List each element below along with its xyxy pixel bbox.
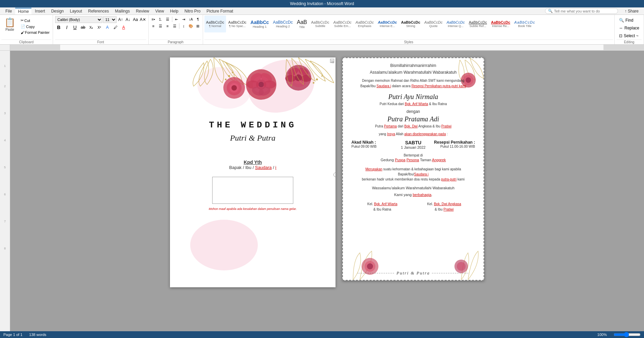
cut-label: Cut: [24, 19, 30, 23]
bride-name: Putri Ayu Nirmala: [351, 93, 475, 101]
menu-file[interactable]: File: [3, 8, 15, 14]
event-date: SABTU: [393, 140, 434, 145]
zoom-level: 100%: [597, 333, 607, 337]
paste-button[interactable]: 📋 Paste: [1, 16, 18, 32]
numbering-button[interactable]: 1.: [157, 16, 164, 22]
style-subtle-ref[interactable]: AaBbCcDc Subtle Ref...: [467, 16, 489, 32]
parents-section: Kel. Bpk. Arif Wiarta & Ibu Ratna Kel. B…: [351, 201, 475, 212]
menu-layout[interactable]: Layout: [67, 8, 85, 14]
font-label: Font: [55, 40, 146, 44]
bullets-button[interactable]: ≡•: [150, 16, 157, 22]
saudara-link: Saudara i: [376, 84, 391, 88]
parents-left: Kel. Bpk. Arif Wiarta & Ibu Ratna: [351, 201, 413, 212]
font-color-button[interactable]: A: [120, 24, 127, 31]
style-book-title[interactable]: AaBbCcDc Book Title: [513, 16, 537, 32]
shading-button[interactable]: 🎨: [188, 23, 194, 29]
menu-help[interactable]: Help: [167, 8, 181, 14]
invitation-text: Dengan memohon Rahmat dan Ridho Allah SW…: [351, 78, 475, 89]
address-title: Kpd Yth: [229, 160, 276, 165]
superscript-button[interactable]: X²: [96, 24, 103, 31]
format-painter-button[interactable]: 🖌Format Painter: [19, 30, 51, 35]
show-formatting-button[interactable]: ¶: [195, 16, 201, 22]
style-emphasis[interactable]: AaBbCcDc Emphasis: [354, 16, 375, 32]
page-2: Bismillahirrahmanirrrahim Assalamu'alaik…: [342, 57, 484, 281]
style-subtle-em[interactable]: AaBbCcDc Subtle Em...: [332, 16, 353, 32]
kami-yang: Kami yang berbahagia.: [351, 193, 475, 197]
menu-home[interactable]: Home: [15, 8, 31, 15]
search-input[interactable]: [554, 9, 615, 13]
akad-title: Akad Nikah :: [351, 140, 393, 145]
menu-review[interactable]: Review: [133, 8, 152, 14]
dengan: dengan: [351, 109, 475, 114]
clear-format-button[interactable]: A✕: [140, 16, 146, 23]
replace-button[interactable]: ↔ Replace: [617, 25, 642, 31]
wedding-names: Putri & Putra: [230, 134, 276, 143]
style-strong[interactable]: AaBbCcDc Strong: [399, 16, 422, 32]
increase-indent-button[interactable]: ⇥: [180, 16, 187, 22]
style-heading1[interactable]: AaBbCc Heading 1: [249, 16, 270, 32]
svg-point-37: [367, 263, 373, 269]
select-button[interactable]: ⊡ Select ~: [617, 32, 642, 39]
style-subtitle[interactable]: AaBbCcDc Subtitle: [309, 16, 331, 32]
style-intense-e[interactable]: AaBbCcDc Intense E...: [376, 16, 399, 32]
event-date-section: SABTU 1 Januari 2022: [393, 140, 434, 149]
menu-insert[interactable]: Insert: [32, 8, 48, 14]
menu-view[interactable]: View: [153, 8, 167, 14]
menu-references[interactable]: References: [85, 8, 112, 14]
bold-button[interactable]: B: [55, 24, 63, 31]
style-no-spacing[interactable]: AaBbCcDc ¶ No Spac...: [227, 16, 248, 32]
apology-text: Mohon maaf apabila ada kesalahan dalam p…: [209, 207, 297, 211]
clipboard-group: 📋 Paste ✂Cut 📄Copy 🖌Format Painter Clipb…: [0, 15, 53, 44]
shrink-font-button[interactable]: A↓: [125, 16, 131, 23]
italic-button[interactable]: I: [63, 24, 71, 31]
doc-scroll[interactable]: ⚓: [10, 51, 644, 331]
menu-nitro[interactable]: Nitro Pro: [182, 8, 203, 14]
status-bar: Page 1 of 1 138 words 100%: [0, 331, 644, 338]
style-quote[interactable]: AaBbCcDc Quote: [423, 16, 444, 32]
sort-button[interactable]: ↕A: [188, 16, 194, 22]
find-button[interactable]: 🔍 Find: [617, 17, 642, 24]
name-box[interactable]: [212, 177, 293, 204]
style-intense-q[interactable]: AaBbCcDc Intense Q...: [445, 16, 467, 32]
paste-label: Paste: [5, 28, 14, 31]
underline-button[interactable]: U: [71, 24, 79, 31]
copy-button[interactable]: 📄Copy: [19, 24, 51, 29]
multilevel-button[interactable]: ☰: [164, 16, 171, 22]
event-section: Akad Nikah : Pukul 09:00 WIB SABTU 1 Jan…: [351, 140, 475, 149]
groom-name: Putra Pratama Adi: [351, 115, 475, 123]
select-label: Select ~: [624, 33, 639, 38]
strikethrough-button[interactable]: ab: [79, 24, 87, 31]
align-left-button[interactable]: ≡: [150, 23, 157, 29]
style-title[interactable]: AaB Title: [295, 16, 309, 32]
page-info: Page 1 of 1: [3, 333, 22, 337]
share-button[interactable]: ↑ Share: [622, 8, 641, 14]
wassalamu: Wassalamu'alaikum Warahmatullahi Wabarak…: [351, 186, 475, 190]
borders-button[interactable]: ⊞: [195, 23, 201, 29]
font-name-select[interactable]: Calibri (Body): [55, 16, 102, 23]
text-highlight-button[interactable]: 🖊: [112, 24, 119, 31]
align-center-button[interactable]: ☰: [157, 23, 164, 29]
change-case-button[interactable]: Aa: [132, 16, 139, 23]
title-text: Wedding Invitation - Microsoft Word: [290, 1, 354, 6]
menu-picture-format[interactable]: Picture Format: [204, 8, 236, 14]
style-intense-re[interactable]: AaBbCcDc Intense Re...: [489, 16, 512, 32]
justify-button[interactable]: ☰: [171, 23, 178, 29]
subscript-button[interactable]: X₂: [88, 24, 95, 31]
style-heading2[interactable]: AaBbCcDc Heading 2: [271, 16, 295, 32]
cut-button[interactable]: ✂Cut: [19, 18, 51, 23]
menu-design[interactable]: Design: [48, 8, 66, 14]
text-effects-button[interactable]: A: [104, 24, 111, 31]
page2-content: Bismillahirrahmanirrrahim Assalamu'alaik…: [343, 58, 484, 246]
font-size-select[interactable]: 11: [103, 16, 117, 23]
decrease-indent-button[interactable]: ⇤: [173, 16, 180, 22]
svg-rect-2: [603, 45, 644, 50]
resepsi-time: Pukul 11.00-16.00 WIB: [434, 145, 475, 148]
svg-rect-1: [10, 45, 60, 50]
style-normal[interactable]: AaBbCcDc ¶ Normal: [204, 16, 226, 32]
line-spacing-button[interactable]: ↕: [180, 23, 187, 29]
zoom-slider[interactable]: [614, 333, 641, 337]
grow-font-button[interactable]: A↑: [117, 16, 124, 23]
align-right-button[interactable]: ≡: [164, 23, 171, 29]
menu-mailings[interactable]: Mailings: [112, 8, 132, 14]
venue: Gedung Puspa Pesona Taman Anggrek: [351, 158, 475, 162]
